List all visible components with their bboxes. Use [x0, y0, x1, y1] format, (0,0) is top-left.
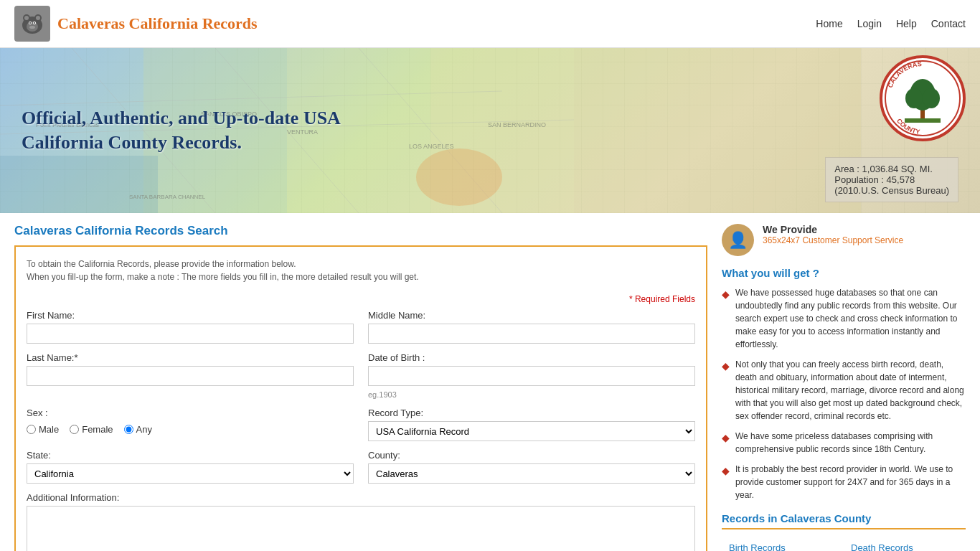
benefit-2: ◆ Not only that you can freely access bi…: [722, 358, 966, 423]
county-field: County: Calaveras: [368, 450, 695, 484]
hero-banner: Point Piedras Blancas SAN LUIS OBISPO VE…: [0, 48, 980, 213]
last-dob-row: Last Name:* Date of Birth : eg.1903: [27, 352, 695, 399]
benefit-1: ◆ We have possessed huge databases so th…: [722, 286, 966, 351]
svg-rect-21: [0, 156, 158, 213]
nav-contact[interactable]: Contact: [931, 18, 966, 29]
nav-home[interactable]: Home: [816, 18, 842, 29]
svg-text:SAN BERNARDINO: SAN BERNARDINO: [488, 121, 546, 128]
last-name-field: Last Name:*: [27, 352, 354, 399]
county-census: (2010.U.S. Census Bureau): [834, 185, 949, 196]
middle-name-input[interactable]: [368, 324, 695, 344]
support-avatar: 👤: [722, 224, 754, 256]
county-select[interactable]: Calaveras: [368, 463, 695, 484]
svg-point-10: [29, 26, 35, 29]
sex-female-label: Female: [82, 424, 113, 435]
search-section-title: Calaveras California Records Search: [14, 224, 707, 238]
support-sub: 365x24x7 Customer Support Service: [763, 235, 903, 245]
sex-field: Sex : Male Female Any: [27, 408, 354, 441]
county-info-box: Area : 1,036.84 SQ. MI. Population : 45,…: [825, 157, 958, 202]
required-note: * Required Fields: [27, 294, 695, 304]
county-label: County:: [368, 450, 695, 461]
benefit-text-4: It is probably the best record provider …: [735, 463, 966, 501]
first-name-field: First Name:: [27, 310, 354, 344]
record-type-field: Record Type: USA California Record: [368, 408, 695, 441]
benefit-text-3: We have some priceless databases compris…: [735, 430, 966, 456]
state-field: State: California: [27, 450, 354, 484]
records-title-underline: [722, 528, 966, 529]
sex-male-radio[interactable]: [27, 425, 36, 434]
state-select[interactable]: California: [27, 463, 354, 484]
dob-label: Date of Birth :: [368, 352, 695, 363]
svg-point-33: [923, 88, 940, 108]
diamond-icon-4: ◆: [722, 463, 730, 479]
benefit-text-1: We have possessed huge databases so that…: [735, 286, 966, 351]
record-type-label: Record Type:: [368, 408, 695, 418]
first-name-input[interactable]: [27, 324, 354, 344]
sex-any-radio[interactable]: [124, 425, 133, 434]
diamond-icon-2: ◆: [722, 359, 730, 374]
main-content: Calaveras California Records Search To o…: [0, 213, 980, 551]
support-box: 👤 We Provide 365x24x7 Customer Support S…: [722, 224, 966, 256]
svg-rect-34: [905, 118, 941, 123]
sex-label: Sex :: [27, 408, 354, 418]
sex-female-radio[interactable]: [70, 425, 79, 434]
records-grid: Birth Records Death Records Marriage Rec…: [722, 537, 966, 551]
benefit-text-2: Not only that you can freely access birt…: [735, 358, 966, 423]
diamond-icon-3: ◆: [722, 430, 730, 446]
dob-input[interactable]: [368, 366, 695, 386]
sex-any-option[interactable]: Any: [124, 424, 152, 435]
we-provide-title: We Provide: [763, 224, 903, 235]
records-section-title: Records in Calaveras County: [722, 512, 966, 524]
sex-options: Male Female Any: [27, 424, 354, 435]
middle-name-label: Middle Name:: [368, 310, 695, 321]
logo-bear-icon: [14, 6, 50, 42]
svg-point-9: [34, 22, 35, 24]
svg-point-3: [24, 16, 29, 20]
right-sidebar: 👤 We Provide 365x24x7 Customer Support S…: [722, 224, 966, 551]
svg-rect-14: [574, 48, 861, 213]
site-title: Calaveras California Records: [57, 14, 258, 33]
dob-hint: eg.1903: [368, 390, 695, 399]
sex-male-label: Male: [39, 424, 59, 435]
form-intro: To obtain the California Records, please…: [27, 258, 695, 283]
sex-male-option[interactable]: Male: [27, 424, 59, 435]
nav-help[interactable]: Help: [896, 18, 917, 29]
search-form-container: To obtain the California Records, please…: [14, 245, 707, 551]
sex-record-row: Sex : Male Female Any: [27, 408, 695, 441]
first-name-label: First Name:: [27, 310, 354, 321]
what-you-get-title: What you will get ?: [722, 267, 966, 279]
dob-field: Date of Birth : eg.1903: [368, 352, 695, 399]
svg-text:LOS ANGELES: LOS ANGELES: [409, 143, 454, 150]
sex-any-label: Any: [136, 424, 152, 435]
main-nav: Home Login Help Contact: [816, 18, 966, 29]
state-label: State:: [27, 450, 354, 461]
last-name-input[interactable]: [27, 366, 354, 386]
record-link-birth[interactable]: Birth Records: [722, 537, 844, 551]
left-content: Calaveras California Records Search To o…: [14, 224, 707, 551]
name-row: First Name: Middle Name:: [27, 310, 695, 344]
county-seal: CALAVERAS COUNTY: [880, 55, 966, 141]
state-county-row: State: California County: Calaveras: [27, 450, 695, 484]
diamond-icon-1: ◆: [722, 287, 730, 302]
record-type-select[interactable]: USA California Record: [368, 421, 695, 441]
sex-female-option[interactable]: Female: [70, 424, 113, 435]
benefit-4: ◆ It is probably the best record provide…: [722, 463, 966, 501]
logo-area: Calaveras California Records: [14, 6, 258, 42]
additional-info-label: Additional Information:: [27, 492, 695, 503]
svg-point-8: [29, 22, 31, 24]
county-area: Area : 1,036.84 SQ. MI.: [834, 164, 949, 174]
svg-text:SANTA BARBARA CHANNEL: SANTA BARBARA CHANNEL: [129, 194, 206, 200]
nav-login[interactable]: Login: [857, 18, 882, 29]
svg-point-4: [36, 16, 40, 20]
record-link-death[interactable]: Death Records: [844, 537, 966, 551]
county-population: Population : 45,578: [834, 174, 949, 185]
support-text: We Provide 365x24x7 Customer Support Ser…: [763, 224, 903, 245]
svg-point-20: [416, 149, 502, 206]
additional-info-textarea[interactable]: [27, 506, 695, 551]
last-name-label: Last Name:*: [27, 352, 354, 363]
middle-name-field: Middle Name:: [368, 310, 695, 344]
benefit-3: ◆ We have some priceless databases compr…: [722, 430, 966, 456]
svg-point-32: [905, 88, 923, 108]
hero-headline: Official, Authentic, and Up-to-date USA …: [22, 106, 366, 155]
additional-info-field: Additional Information:: [27, 492, 695, 551]
